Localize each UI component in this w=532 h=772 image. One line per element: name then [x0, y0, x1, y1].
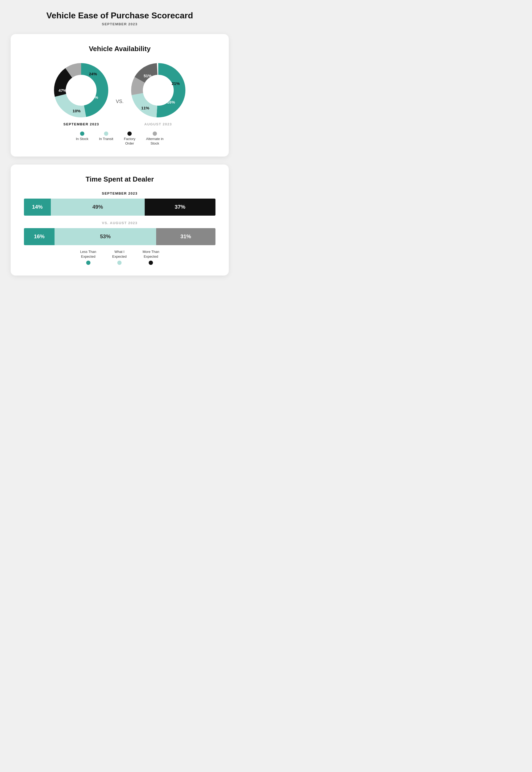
in-stock-dot: [80, 131, 84, 136]
time-legend-less: Less ThanExpected: [80, 250, 96, 265]
time-legend-more: More ThanExpected: [143, 250, 159, 265]
availability-title: Vehicle Availability: [24, 45, 215, 53]
legend-in-transit: In Transit: [99, 131, 113, 146]
aug-donut-svg: [129, 61, 188, 119]
alternate-dot: [153, 131, 157, 136]
time-less-label: Less ThanExpected: [80, 250, 96, 259]
sept-stacked-bar: 14% 49% 37%: [24, 199, 215, 216]
time-more-dot: [149, 261, 153, 265]
sept-donut: 47% 24% 19% 10%: [52, 61, 110, 119]
vs-label: VS.: [116, 83, 123, 104]
legend-alternate: Alternate inStock: [146, 131, 164, 146]
aug-more-segment: 31%: [156, 228, 215, 245]
page-title: Vehicle Ease of Purchase Scorecard: [46, 11, 193, 20]
in-transit-dot: [104, 131, 108, 136]
aug-bar-label: VS. AUGUST 2023: [24, 221, 215, 225]
availability-card: Vehicle Availability: [11, 34, 229, 156]
sept-less-segment: 14%: [24, 199, 51, 216]
time-spent-card: Time Spent at Dealer SEPTEMBER 2023 14% …: [11, 164, 229, 276]
sept-more-segment: 37%: [145, 199, 215, 216]
time-more-label: More ThanExpected: [143, 250, 159, 259]
sept-bar-label: SEPTEMBER 2023: [24, 191, 215, 196]
aug-stacked-bar: 16% 53% 31%: [24, 228, 215, 245]
aug-period-label: AUGUST 2023: [144, 122, 172, 126]
aug-less-segment: 16%: [24, 228, 55, 245]
sept-donut-svg: [52, 61, 110, 119]
aug-chart-block: 51% 21% 11% 16% AUGUST 2023: [129, 61, 188, 126]
time-legend-row: Less ThanExpected What IExpected More Th…: [24, 250, 215, 265]
factory-order-label: FactoryOrder: [124, 137, 135, 146]
sept-what-segment: 49%: [51, 199, 145, 216]
availability-legend: In Stock In Transit FactoryOrder Alterna…: [24, 131, 215, 146]
factory-order-dot: [127, 131, 132, 136]
time-what-label: What IExpected: [112, 250, 127, 259]
time-less-dot: [86, 261, 90, 265]
charts-row: 47% 24% 19% 10% SEPTEMBER 2023 VS.: [24, 61, 215, 126]
aug-what-segment: 53%: [55, 228, 156, 245]
in-stock-label: In Stock: [76, 137, 88, 141]
page-header: Vehicle Ease of Purchase Scorecard SEPTE…: [46, 11, 193, 26]
alternate-label: Alternate inStock: [146, 137, 164, 146]
time-legend-what: What IExpected: [112, 250, 127, 265]
time-spent-title: Time Spent at Dealer: [24, 175, 215, 183]
page-subtitle: SEPTEMBER 2023: [46, 22, 193, 26]
legend-factory-order: FactoryOrder: [124, 131, 135, 146]
legend-in-stock: In Stock: [76, 131, 88, 146]
time-what-dot: [117, 261, 122, 265]
sept-chart-block: 47% 24% 19% 10% SEPTEMBER 2023: [52, 61, 110, 126]
sept-period-label: SEPTEMBER 2023: [63, 122, 99, 126]
in-transit-label: In Transit: [99, 137, 113, 141]
aug-donut: 51% 21% 11% 16%: [129, 61, 188, 119]
